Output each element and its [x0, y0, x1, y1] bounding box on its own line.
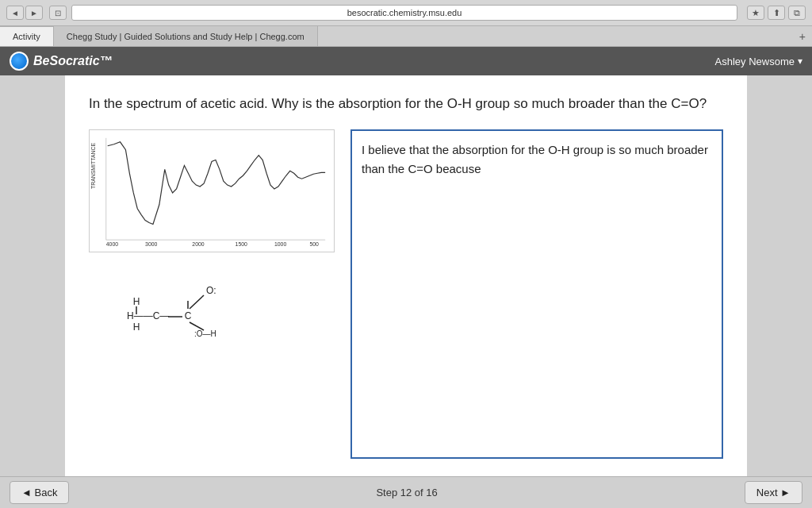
svg-text:1500: 1500: [236, 241, 247, 247]
answer-text: I believe that the absorption for the O-…: [362, 143, 708, 175]
left-panel: 4000 3000 2000 1500 1000 500 TRANSMITTAN…: [89, 129, 335, 459]
tabs-btn[interactable]: ⧉: [788, 6, 806, 20]
back-nav-btn[interactable]: ◄: [6, 6, 24, 20]
tab-chegg[interactable]: Chegg Study | Guided Solutions and Study…: [54, 26, 318, 46]
svg-text::O—H: :O—H: [194, 329, 216, 338]
tab-activity-label: Activity: [13, 32, 40, 41]
svg-text:500: 500: [309, 241, 319, 247]
spectrum-image: 4000 3000 2000 1500 1000 500 TRANSMITTAN…: [89, 129, 335, 252]
bookmark-btn[interactable]: ★: [747, 6, 764, 20]
molecule-image: H —C— H— H C O:: [113, 265, 255, 344]
back-label: ◄ Back: [21, 487, 57, 498]
content-body: 4000 3000 2000 1500 1000 500 TRANSMITTAN…: [89, 129, 723, 459]
browser-chrome: ◄ ► ⊡ besocratic.chemistry.msu.edu ★ ⬆ ⧉…: [0, 0, 812, 47]
tab-chegg-label: Chegg Study | Guided Solutions and Study…: [67, 32, 304, 41]
bottom-bar: ◄ Back Step 12 of 16 Next ►: [0, 476, 812, 508]
svg-text:2000: 2000: [192, 241, 204, 247]
next-button[interactable]: Next ►: [745, 481, 802, 504]
svg-text:H—: H—: [127, 310, 144, 321]
nav-buttons: ◄ ►: [6, 6, 43, 20]
svg-text:—C—: —C—: [144, 310, 170, 321]
svg-rect-0: [90, 130, 333, 252]
user-name: Ashley Newsome: [715, 56, 795, 67]
svg-text:4000: 4000: [106, 241, 118, 247]
svg-text:3000: 3000: [145, 241, 157, 247]
svg-text:H: H: [133, 321, 140, 333]
user-info: Ashley Newsome ▾: [715, 56, 802, 67]
svg-text:1000: 1000: [274, 241, 286, 247]
molecule-svg: H —C— H— H C O:: [113, 265, 255, 344]
svg-text:TRANSMITTANCE: TRANSMITTANCE: [90, 143, 96, 189]
tab-activity[interactable]: Activity: [0, 26, 54, 46]
tab-bar: Activity Chegg Study | Guided Solutions …: [0, 26, 812, 47]
main-content: In the spectrum of acetic acid. Why is t…: [0, 75, 812, 476]
next-label: Next ►: [756, 487, 791, 498]
step-info: Step 12 of 16: [376, 487, 437, 498]
svg-text:H: H: [133, 296, 140, 307]
svg-text:C: C: [185, 310, 192, 321]
user-dropdown-btn[interactable]: ▾: [798, 56, 802, 67]
forward-nav-btn[interactable]: ►: [25, 6, 43, 20]
url-text: besocratic.chemistry.msu.edu: [347, 8, 462, 17]
answer-box[interactable]: I believe that the absorption for the O-…: [350, 129, 723, 459]
logo-globe-icon: [10, 52, 29, 71]
question-text: In the spectrum of acetic acid. Why is t…: [89, 94, 723, 114]
svg-line-17: [190, 295, 204, 309]
window-resize-btn[interactable]: ⊡: [49, 6, 67, 20]
app-logo: BeSocratic™: [10, 52, 113, 71]
svg-text:O:: O:: [206, 285, 216, 296]
address-bar[interactable]: besocratic.chemistry.msu.edu: [71, 5, 737, 21]
content-card: In the spectrum of acetic acid. Why is t…: [65, 75, 747, 476]
new-tab-btn[interactable]: +: [793, 26, 812, 46]
back-button[interactable]: ◄ Back: [10, 481, 69, 504]
spectrum-svg: 4000 3000 2000 1500 1000 500 TRANSMITTAN…: [90, 130, 334, 252]
browser-actions: ★ ⬆ ⧉: [747, 6, 806, 20]
app-header: BeSocratic™ Ashley Newsome ▾: [0, 47, 812, 75]
browser-top-bar: ◄ ► ⊡ besocratic.chemistry.msu.edu ★ ⬆ ⧉: [0, 0, 812, 26]
share-btn[interactable]: ⬆: [768, 6, 785, 20]
right-panel: I believe that the absorption for the O-…: [350, 129, 723, 459]
app-name: BeSocratic™: [33, 54, 113, 68]
